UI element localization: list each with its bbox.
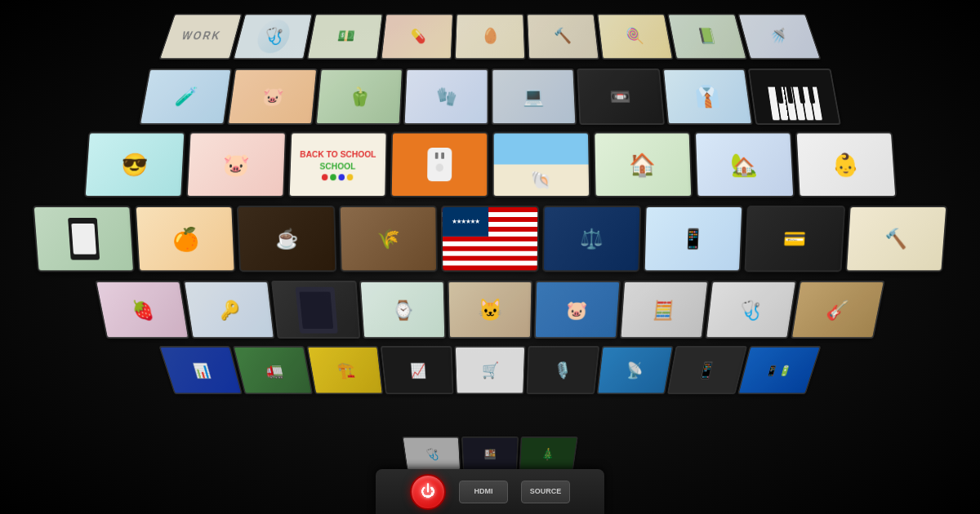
power-button[interactable] <box>410 474 446 510</box>
screen-remote: 📱 <box>667 346 747 394</box>
screen-coffee-grinder: ☕ <box>237 206 336 272</box>
screen-hands-house: 🏠 <box>593 132 693 197</box>
screen-sunglasses-pig: 😎 <box>83 132 185 197</box>
screen-microphone: 🎙️ <box>527 346 600 394</box>
screen-vegetables: 🫑 <box>315 69 403 125</box>
screen-shopping-cart: 🛒 <box>454 346 525 394</box>
screen-baby: 👶 <box>795 132 896 197</box>
screen-oranges: 🍊 <box>135 206 236 272</box>
screen-seeds: 🌾 <box>339 206 438 272</box>
screen-work: WORK <box>158 14 242 60</box>
screen-christmas: 🎄 <box>519 436 578 471</box>
screen-medical2: 🧤 <box>403 69 488 125</box>
screen-back-to-school: BACK TO SCHOOL SCHOOL <box>287 132 387 197</box>
source-label: SOURCE <box>530 487 562 496</box>
screen-keyring: 🔑 <box>183 281 274 339</box>
screen-iron: 👔 <box>662 69 753 125</box>
iron-icon: 👔 <box>693 84 720 109</box>
screen-piggy-blue: 🐷 <box>534 281 621 339</box>
screen-book: 📗 <box>667 14 747 60</box>
screen-us-flag: ★★★★★★ <box>441 206 539 272</box>
screen-medical: 🩺 <box>233 14 313 60</box>
screen-garbage-truck: 🚛 <box>233 346 313 394</box>
screen-gavel2: 🔨 <box>845 206 947 272</box>
screen-orange-plug <box>390 132 488 197</box>
screen-laptop: 💻 <box>492 69 577 125</box>
screen-blood-pressure: 🩺 <box>402 436 461 471</box>
screen-scale: 📊 <box>158 346 242 394</box>
screen-plumbing: 🚿 <box>737 14 821 60</box>
screen-eggs: 🥚 <box>454 14 525 60</box>
control-bar: HDMI SOURCE <box>376 469 604 514</box>
screen-dark-tablet <box>271 281 360 339</box>
screen-gavel: 🔨 <box>527 14 600 60</box>
hdmi-label: HDMI <box>474 487 493 496</box>
screen-ereader <box>33 206 135 272</box>
screen-forklift: 🏗️ <box>306 346 383 394</box>
screen-payment: 💳 <box>744 206 845 272</box>
screen-justice: ⚖️ <box>542 206 641 272</box>
screen-doctor-watch: ⌚ <box>359 281 446 339</box>
screen-piggy: 🐷 <box>185 132 286 197</box>
video-wall: WORK 🩺 💵 💊 🥚 🔨 🍭 📗 🚿 <box>0 0 980 514</box>
screen-stocks: 📈 <box>381 346 454 394</box>
screen-phone-battery: 📱 🔋 <box>737 346 821 394</box>
screen-wifi-tablet: 📱 <box>644 206 743 272</box>
work-text: WORK <box>180 30 223 42</box>
screen-router: 📡 <box>597 346 674 394</box>
screen-orange-pig: 🐷 <box>227 69 318 125</box>
screen-money: 💵 <box>306 14 383 60</box>
screen-lab: 🧪 <box>139 69 232 125</box>
screen-guitar: 🎸 <box>791 281 885 339</box>
screen-pills: 💊 <box>381 14 454 60</box>
screen-calculator: 🧮 <box>620 281 709 339</box>
screen-piano <box>748 69 841 125</box>
screen-model-house: 🏡 <box>694 132 795 197</box>
screen-coins: 🍭 <box>597 14 674 60</box>
screen-beach: 🐚 <box>492 132 590 197</box>
screen-cat: 🐱 <box>448 281 532 339</box>
screen-cassette: 📼 <box>577 69 665 125</box>
back-to-school-text: BACK TO SCHOOL SCHOOL <box>299 148 376 171</box>
screen-raspberries: 🍓 <box>95 281 189 339</box>
hdmi-button[interactable]: HDMI <box>459 481 508 503</box>
screen-stethoscope: 🩺 <box>705 281 796 339</box>
source-button[interactable]: SOURCE <box>521 481 570 503</box>
screen-sushi: 🍱 <box>461 436 519 471</box>
